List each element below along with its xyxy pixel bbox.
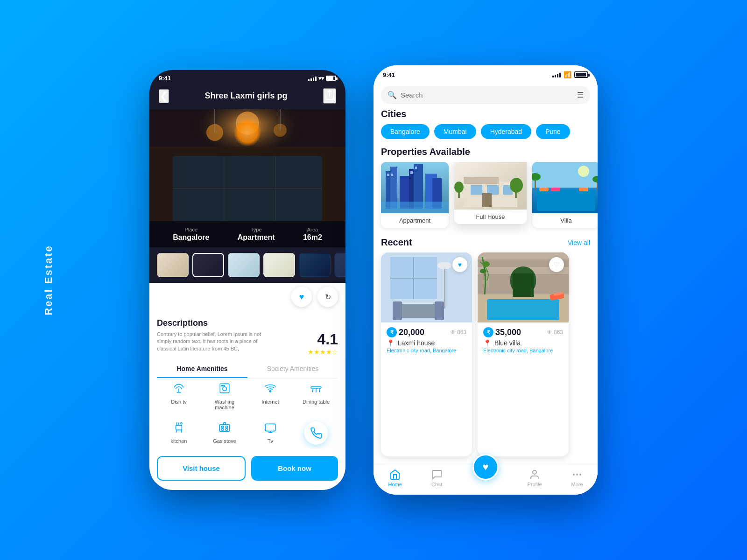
filter-icon[interactable]: ☰	[577, 91, 584, 99]
search-bar[interactable]: 🔍 ☰	[381, 86, 590, 104]
favorite-button[interactable]: ♥	[291, 287, 312, 307]
thumbnail-4[interactable]	[263, 253, 295, 277]
rupee-icon-1: ₹	[387, 327, 397, 337]
property-card-fullhouse[interactable]: Full House	[454, 162, 527, 224]
washing-machine-label: Washing machine	[204, 399, 245, 410]
city-mumbai[interactable]: Mumbai	[434, 124, 476, 139]
svg-rect-86	[513, 273, 534, 297]
phone-call-button[interactable]	[304, 421, 328, 445]
time-left: 9:41	[159, 75, 171, 82]
place-value: Bangalore	[173, 233, 209, 242]
thumbnail-6[interactable]	[334, 253, 345, 277]
thumbnail-2[interactable]	[192, 253, 224, 277]
recent-card-1[interactable]: ♥ ₹ 20,000 👁 863	[381, 252, 472, 456]
amenity-washing-machine: Washing machine	[203, 378, 247, 414]
nav-home[interactable]: Home	[388, 469, 402, 487]
visit-house-button[interactable]: Visit house	[157, 456, 246, 481]
svg-rect-44	[391, 174, 393, 176]
city-bangalore[interactable]: Bangalore	[381, 124, 430, 139]
svg-point-29	[226, 428, 227, 430]
svg-rect-89	[487, 299, 559, 320]
views-2: 👁 863	[547, 329, 563, 336]
phone-header: ❮ Shree Laxmi girls pg	[149, 84, 345, 109]
share-round-button[interactable]: ↻	[317, 287, 338, 307]
svg-point-94	[580, 474, 581, 475]
svg-point-92	[533, 470, 536, 474]
svg-rect-49	[464, 177, 499, 184]
home-icon	[389, 469, 401, 480]
more-icon	[571, 469, 583, 480]
recent-header: Recent View all	[374, 235, 598, 252]
rating-number: 4.1	[308, 331, 338, 348]
svg-point-27	[226, 426, 227, 428]
villa-image	[532, 162, 598, 213]
villa-label: Villa	[532, 213, 598, 228]
amenity-phone[interactable]	[294, 418, 338, 448]
fullhouse-image	[454, 162, 527, 210]
svg-point-18	[224, 385, 225, 386]
time-right: 9:41	[383, 71, 395, 78]
nav-more[interactable]: More	[571, 469, 583, 487]
nav-profile[interactable]: Profile	[527, 469, 542, 487]
share-button[interactable]	[323, 88, 336, 104]
watermark: Real Estate	[42, 245, 55, 315]
amenity-dish-tv: Dish tv	[157, 378, 201, 414]
recent-card-2[interactable]: ♡ ₹ 35,000 👁 863	[478, 252, 569, 456]
amenity-internet: Internet	[248, 378, 292, 414]
kitchen-icon	[173, 421, 185, 436]
thumbnail-3[interactable]	[228, 253, 260, 277]
view-all-button[interactable]: View all	[568, 239, 590, 246]
phone-right: 9:41 📶 🔍	[374, 65, 598, 495]
area-value: 16m2	[303, 233, 322, 242]
tv-label: Tv	[268, 438, 273, 444]
thumbnail-5[interactable]	[299, 253, 331, 277]
svg-rect-61	[537, 190, 595, 211]
wifi-right-icon: 📶	[564, 71, 571, 78]
back-button[interactable]: ❮	[159, 89, 169, 103]
search-input[interactable]	[401, 91, 573, 99]
tab-society-amenities[interactable]: Society Amenities	[247, 360, 338, 378]
city-pune[interactable]: Pune	[536, 124, 570, 139]
kitchen-label: kitchen	[171, 438, 187, 444]
nav-chat[interactable]: Chat	[431, 469, 443, 487]
location-name-2: 📍 Blue villa	[483, 339, 563, 347]
search-icon: 🔍	[388, 91, 397, 99]
svg-rect-63	[551, 188, 560, 191]
thumbnail-1[interactable]	[157, 253, 189, 277]
svg-rect-64	[579, 188, 588, 191]
city-hyderabad[interactable]: Hyderabad	[481, 124, 532, 139]
location-address-2: Electronic city road, Bangalore	[483, 348, 563, 353]
phones-container: 9:41 ▾▾ ❮ Shree Laxmi gir	[149, 65, 598, 495]
svg-rect-45	[410, 171, 413, 174]
price-row-1: ₹ 20,000 👁 863	[387, 327, 466, 337]
svg-rect-50	[471, 185, 482, 195]
internet-label: Internet	[261, 399, 279, 405]
fullhouse-label: Full House	[454, 210, 527, 224]
fab-button[interactable]: ♥	[472, 454, 499, 480]
dining-table-icon	[310, 382, 322, 397]
bottom-actions: Visit house Book now	[149, 448, 345, 490]
amenity-kitchen: kitchen	[157, 418, 201, 448]
property-card-apartment[interactable]: Appartment	[381, 162, 449, 228]
washing-machine-icon	[218, 382, 231, 397]
svg-rect-43	[387, 174, 389, 176]
properties-title: Properties Available	[374, 147, 598, 162]
favorite-badge-2[interactable]: ♡	[549, 257, 564, 272]
chat-icon	[431, 469, 443, 480]
hero-image	[149, 109, 345, 221]
type-value: Apartment	[238, 233, 275, 242]
views-count-1: 863	[457, 329, 466, 336]
svg-rect-20	[311, 387, 321, 388]
svg-rect-46	[415, 167, 417, 169]
location-address-1: Electronic city road, Bangalore	[387, 348, 466, 353]
signal-right-icon	[552, 72, 561, 77]
right-phone-inner: 9:41 📶 🔍	[374, 65, 598, 495]
amenity-tv: Tv	[248, 418, 292, 448]
heart-filled-icon: ♥	[458, 261, 462, 268]
dining-table-label: Dining table	[303, 399, 330, 405]
book-now-button[interactable]: Book now	[251, 456, 338, 481]
favorite-badge-1[interactable]: ♥	[452, 257, 467, 272]
svg-point-19	[269, 391, 271, 392]
tab-home-amenities[interactable]: Home Amenities	[157, 360, 247, 378]
property-card-villa[interactable]: Villa	[532, 162, 598, 228]
